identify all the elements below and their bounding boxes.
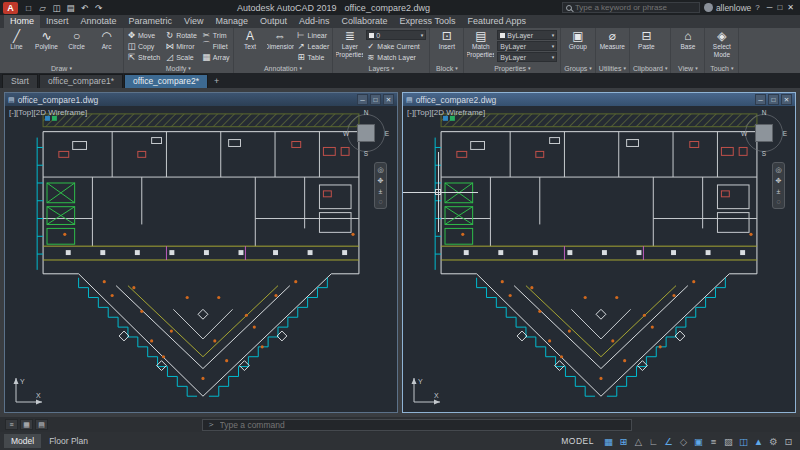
file-tab-office-compare2[interactable]: office_compare2* bbox=[124, 74, 208, 88]
leader-button[interactable]: ↗Leader bbox=[297, 41, 330, 51]
window-minimize-icon[interactable]: ─ bbox=[755, 94, 766, 105]
ribbon-tab-manage[interactable]: Manage bbox=[209, 15, 254, 28]
stretch-button[interactable]: ⇱Stretch bbox=[127, 52, 160, 62]
navigation-wheel-icon[interactable]: ◎ bbox=[377, 166, 383, 174]
layer-properties-button[interactable]: ≣Layer Properties bbox=[336, 29, 363, 63]
navigation-bar[interactable]: ◎✥±◌ bbox=[374, 162, 387, 209]
viewcube-west-label[interactable]: W bbox=[343, 130, 349, 137]
bylayer-dropdown[interactable]: ByLayer▾ bbox=[497, 41, 557, 51]
cascade-windows-icon[interactable]: ▤ bbox=[35, 419, 48, 430]
orbit-icon[interactable]: ◌ bbox=[776, 198, 780, 205]
panel-label-utilities[interactable]: Utilities▾ bbox=[599, 63, 626, 73]
viewcube[interactable]: N S W E bbox=[343, 110, 389, 156]
signin-user[interactable]: allenlowe bbox=[704, 3, 751, 13]
panel-label-view[interactable]: View▾ bbox=[674, 63, 701, 73]
file-tab-office-compare1[interactable]: office_compare1* bbox=[39, 74, 123, 88]
match-properties-button[interactable]: ▤Match Properties bbox=[467, 29, 494, 63]
panel-label-clipboard[interactable]: Clipboard▾ bbox=[633, 63, 667, 73]
copy-button[interactable]: ◫Copy bbox=[127, 41, 160, 51]
arc-button[interactable]: ◠Arc bbox=[93, 29, 120, 63]
trim-button[interactable]: ✂Trim bbox=[202, 30, 230, 40]
help-search[interactable] bbox=[562, 2, 700, 13]
lineweight-icon[interactable]: ≡ bbox=[706, 436, 721, 447]
viewcube-south-label[interactable]: S bbox=[364, 150, 368, 157]
select-mode-button[interactable]: ◈Select Mode bbox=[708, 29, 735, 63]
autocad-logo-icon[interactable]: A bbox=[3, 2, 18, 14]
undo-icon[interactable]: ↶ bbox=[78, 3, 91, 13]
viewcube-top-face[interactable] bbox=[755, 124, 773, 142]
ribbon-tab-express-tools[interactable]: Express Tools bbox=[394, 15, 462, 28]
window-close-icon[interactable]: ✕ bbox=[383, 94, 394, 105]
text-button[interactable]: AText bbox=[237, 29, 264, 63]
drawing-window[interactable]: ▤ office_compare1.dwg ─ □ ✕ [-][Top][2D … bbox=[4, 92, 398, 413]
polyline-button[interactable]: ∿Polyline bbox=[33, 29, 60, 63]
panel-label-properties[interactable]: Properties▾ bbox=[467, 63, 557, 73]
ribbon-tab-add-ins[interactable]: Add-ins bbox=[293, 15, 336, 28]
ribbon-tab-annotate[interactable]: Annotate bbox=[75, 15, 123, 28]
customization-icon[interactable]: ≡ bbox=[5, 419, 18, 430]
layout-tab-floor-plan[interactable]: Floor Plan bbox=[42, 434, 95, 448]
ribbon-tab-collaborate[interactable]: Collaborate bbox=[336, 15, 394, 28]
help-icon[interactable]: ? bbox=[755, 3, 759, 12]
open-icon[interactable]: ▱ bbox=[36, 3, 49, 13]
match-layer-button[interactable]: ≋Match Layer bbox=[366, 52, 426, 62]
model-space-badge[interactable]: MODEL bbox=[555, 436, 600, 446]
viewport-controls-label[interactable]: [-][Top][2D Wireframe] bbox=[9, 108, 87, 117]
search-input[interactable] bbox=[575, 3, 696, 12]
file-tab-start[interactable]: Start bbox=[2, 74, 38, 88]
command-line[interactable]: ＞ bbox=[202, 419, 632, 431]
osnap-icon[interactable]: ▣ bbox=[691, 436, 706, 447]
mirror-button[interactable]: ⋈Mirror bbox=[165, 41, 197, 51]
window-restore-icon[interactable]: □ bbox=[370, 94, 381, 105]
infer-constraints-icon[interactable]: △ bbox=[631, 436, 646, 447]
panel-label-modify[interactable]: Modify▾ bbox=[127, 63, 230, 73]
bylayer-dropdown[interactable]: ByLayer▾ bbox=[497, 30, 557, 40]
pan-icon[interactable]: ✥ bbox=[378, 177, 384, 185]
transparency-icon[interactable]: ▨ bbox=[721, 436, 736, 447]
viewcube-north-label[interactable]: N bbox=[762, 109, 767, 116]
panel-label-draw[interactable]: Draw▾ bbox=[3, 63, 120, 73]
ribbon-tab-parametric[interactable]: Parametric bbox=[123, 15, 179, 28]
viewcube-south-label[interactable]: S bbox=[762, 150, 766, 157]
circle-button[interactable]: ○Circle bbox=[63, 29, 90, 63]
0-dropdown[interactable]: 0▾ bbox=[366, 30, 426, 40]
drawing-window-titlebar[interactable]: ▤ office_compare2.dwg ─ □ ✕ bbox=[403, 93, 795, 106]
ribbon-tab-output[interactable]: Output bbox=[254, 15, 293, 28]
scale-button[interactable]: ◿Scale bbox=[165, 52, 197, 62]
clean-screen-icon[interactable]: ⊡ bbox=[781, 436, 796, 447]
window-minimize-icon[interactable]: ─ bbox=[357, 94, 368, 105]
viewcube-west-label[interactable]: W bbox=[741, 130, 747, 137]
model-space-canvas[interactable]: [-][Top][2D Wireframe] N S W E ◎✥±◌ X Y bbox=[5, 106, 397, 412]
line-button[interactable]: ╱Line bbox=[3, 29, 30, 63]
ribbon-tab-insert[interactable]: Insert bbox=[40, 15, 75, 28]
panel-label-groups[interactable]: Groups▾ bbox=[564, 63, 591, 73]
new-tab-button[interactable]: + bbox=[209, 76, 224, 88]
workspace-gear-icon[interactable]: ⚙ bbox=[766, 436, 781, 447]
plot-icon[interactable]: ▤ bbox=[64, 3, 77, 13]
dimension-button[interactable]: ⇔Dimension bbox=[267, 29, 294, 63]
paste-button[interactable]: ⊟Paste bbox=[633, 29, 660, 63]
group-button[interactable]: ▣Group bbox=[564, 29, 591, 63]
tile-windows-icon[interactable]: ▦ bbox=[20, 419, 33, 430]
drawing-window-titlebar[interactable]: ▤ office_compare1.dwg ─ □ ✕ bbox=[5, 93, 397, 106]
model-space-canvas[interactable]: [-][Top][2D Wireframe] N S W E ◎✥±◌ X Y bbox=[403, 106, 795, 412]
close-icon[interactable]: ✕ bbox=[787, 3, 794, 12]
window-close-icon[interactable]: ✕ bbox=[781, 94, 792, 105]
fillet-button[interactable]: ⌒Fillet bbox=[202, 41, 230, 51]
viewcube-east-label[interactable]: E bbox=[783, 130, 787, 137]
make-current-button[interactable]: ✓Make Current bbox=[366, 41, 426, 51]
viewcube-east-label[interactable]: E bbox=[385, 130, 389, 137]
base-button[interactable]: ⌂Base bbox=[674, 29, 701, 63]
minimize-icon[interactable]: ─ bbox=[767, 3, 773, 12]
command-input[interactable] bbox=[220, 420, 628, 430]
move-button[interactable]: ✥Move bbox=[127, 30, 160, 40]
ribbon-tab-view[interactable]: View bbox=[178, 15, 209, 28]
panel-label-annotation[interactable]: Annotation▾ bbox=[237, 63, 330, 73]
viewcube-top-face[interactable] bbox=[357, 124, 375, 142]
window-restore-icon[interactable]: □ bbox=[768, 94, 779, 105]
viewcube[interactable]: N S W E bbox=[741, 110, 787, 156]
save-icon[interactable]: ◫ bbox=[50, 3, 63, 13]
drawing-window[interactable]: ▤ office_compare2.dwg ─ □ ✕ [-][Top][2D … bbox=[402, 92, 796, 413]
new-file-icon[interactable]: □ bbox=[22, 3, 35, 13]
pan-icon[interactable]: ✥ bbox=[776, 177, 782, 185]
